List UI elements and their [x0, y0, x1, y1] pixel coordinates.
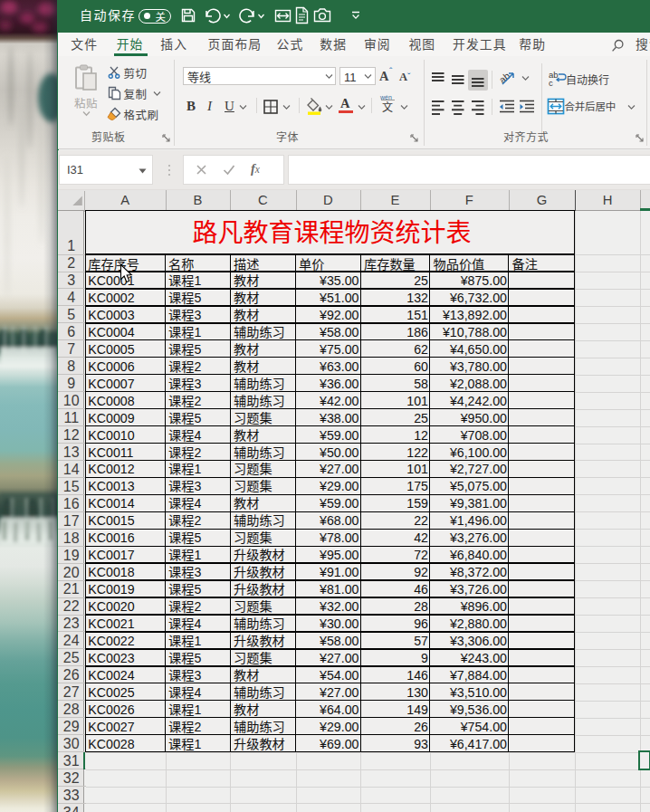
svg-text:c: c	[549, 78, 553, 87]
